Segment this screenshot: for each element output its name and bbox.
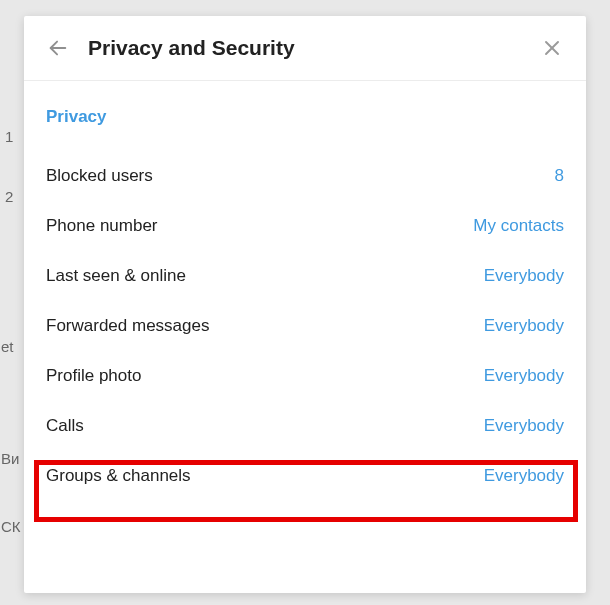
bg-text: Ви <box>1 450 19 467</box>
modal-header: Privacy and Security <box>24 16 586 81</box>
row-value: Everybody <box>484 316 564 336</box>
row-label: Calls <box>46 416 84 436</box>
bg-text: et <box>1 338 14 355</box>
row-value: Everybody <box>484 266 564 286</box>
row-label: Profile photo <box>46 366 141 386</box>
row-phone-number[interactable]: Phone number My contacts <box>46 201 564 251</box>
row-forwarded-messages[interactable]: Forwarded messages Everybody <box>46 301 564 351</box>
row-label: Last seen & online <box>46 266 186 286</box>
row-label: Groups & channels <box>46 466 191 486</box>
row-value: 8 <box>555 166 564 186</box>
row-value: My contacts <box>473 216 564 236</box>
row-label: Forwarded messages <box>46 316 209 336</box>
bg-text: СК <box>1 518 21 535</box>
modal-content: Privacy Blocked users 8 Phone number My … <box>24 81 586 593</box>
row-groups-channels[interactable]: Groups & channels Everybody <box>46 451 564 501</box>
row-label: Phone number <box>46 216 158 236</box>
arrow-left-icon <box>47 37 69 59</box>
close-icon <box>543 39 561 57</box>
bg-text: 2 <box>5 188 13 205</box>
section-title-privacy: Privacy <box>46 107 564 127</box>
row-value: Everybody <box>484 416 564 436</box>
row-calls[interactable]: Calls Everybody <box>46 401 564 451</box>
page-title: Privacy and Security <box>88 36 538 60</box>
row-value: Everybody <box>484 466 564 486</box>
row-profile-photo[interactable]: Profile photo Everybody <box>46 351 564 401</box>
privacy-security-modal: Privacy and Security Privacy Blocked use… <box>24 16 586 593</box>
close-button[interactable] <box>538 34 566 62</box>
back-button[interactable] <box>44 34 72 62</box>
row-last-seen[interactable]: Last seen & online Everybody <box>46 251 564 301</box>
row-value: Everybody <box>484 366 564 386</box>
row-blocked-users[interactable]: Blocked users 8 <box>46 151 564 201</box>
row-label: Blocked users <box>46 166 153 186</box>
bg-text: 1 <box>5 128 13 145</box>
